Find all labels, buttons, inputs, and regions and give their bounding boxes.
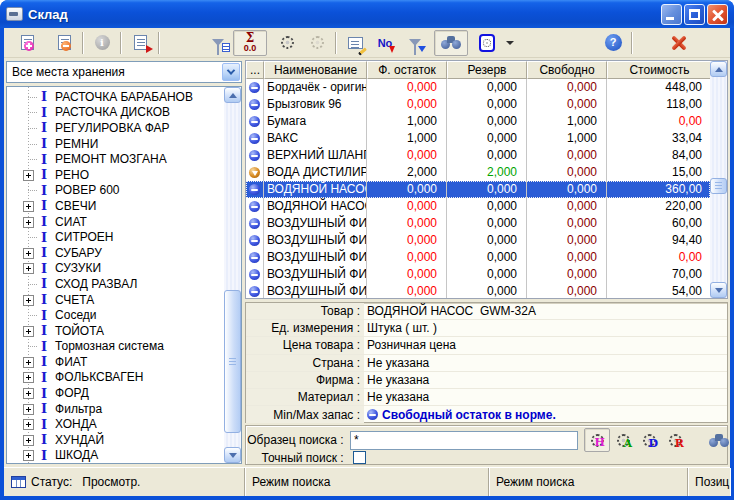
tree-item[interactable]: IРЕГУЛИРОВКА ФАР [7, 120, 224, 136]
table-row[interactable]: ВОЗДУШНЫЙ ФИ.0,0000,0000,00070,00 [246, 266, 710, 283]
tree-item[interactable]: IРОВЕР 600 [7, 183, 224, 199]
reserve-cell: 0,000 [447, 79, 527, 96]
category-icon: I [41, 402, 47, 415]
view-options-button[interactable] [472, 30, 502, 56]
tree-scroll-up-button[interactable] [224, 87, 241, 103]
tree-item[interactable]: IСУБАРУ [7, 245, 224, 261]
tree-item-label: ФИАТ [55, 355, 87, 369]
filter-button[interactable] [203, 30, 233, 56]
table-row[interactable]: ВОЗДУШНЫЙ ФИ.0,0000,0000,00060,00 [246, 215, 710, 232]
column-header[interactable]: ... [246, 61, 264, 79]
tree-item-label: СИАТ [55, 215, 87, 229]
minmax-value: Свободный остаток в норме. [382, 408, 556, 422]
tree-scroll-down-button[interactable] [224, 447, 241, 463]
tree-item[interactable]: IШКОДА [7, 448, 224, 464]
tree-item[interactable]: IХУНДАЙ [7, 432, 224, 448]
expand-plus-icon[interactable] [23, 419, 34, 430]
table-scroll-thumb[interactable] [710, 178, 727, 194]
notes-button[interactable] [340, 30, 370, 56]
tree-item[interactable]: IФОРД [7, 385, 224, 401]
tree-item[interactable]: IСХОД РАЗВАЛ [7, 276, 224, 292]
tree-scroll-thumb[interactable] [224, 290, 241, 433]
tree-item[interactable]: IСИАТ [7, 214, 224, 230]
expand-plus-icon[interactable] [23, 170, 34, 181]
exact-search-checkbox[interactable] [353, 451, 366, 464]
table-row[interactable]: ВОДЯНОЙ НАСОС0,0000,0000,000220,00 [246, 198, 710, 215]
filter-apply-button[interactable] [400, 30, 430, 56]
expand-plus-icon[interactable] [23, 450, 34, 461]
table-row[interactable]: ВОЗДУШНЫЙ ФИ.0,0000,0000,00094,40 [246, 232, 710, 249]
expand-plus-icon[interactable] [23, 263, 34, 274]
tree-item[interactable]: IТОЙОТА [7, 323, 224, 339]
column-header[interactable]: Свободно [527, 61, 607, 79]
table-row[interactable]: ВЕРХНИЙ ШЛАНГ Р0,0000,0000,00084,00 [246, 147, 710, 164]
table-row[interactable]: ВОДА ДИСТИЛИРО2,0002,0000,00015,00 [246, 164, 710, 181]
search-pattern-input[interactable] [350, 431, 578, 450]
table-row[interactable]: ВАКС1,0000,0001,00033,04 [246, 130, 710, 147]
find-toggle-button[interactable] [434, 30, 468, 56]
table-scrollbar[interactable] [710, 61, 727, 298]
title-bar[interactable]: Склад [0, 0, 734, 28]
minimize-button[interactable] [661, 4, 682, 25]
column-header[interactable]: Резерв [447, 61, 527, 79]
tree-item[interactable]: IХОНДА [7, 416, 224, 432]
stock-item-icon [249, 269, 260, 280]
expand-plus-icon[interactable] [23, 404, 34, 415]
free-cell: 0,000 [527, 266, 607, 283]
storage-combobox[interactable]: Все места хранения [6, 61, 242, 83]
edit-item-button[interactable] [125, 30, 155, 56]
expand-plus-icon[interactable] [23, 388, 34, 399]
tree-item[interactable]: IРЕНО [7, 167, 224, 183]
column-header[interactable]: Наименование [264, 61, 367, 79]
column-header[interactable]: Стоимость [607, 61, 711, 79]
stock-item-icon [249, 286, 260, 297]
expand-plus-icon[interactable] [23, 326, 34, 337]
view-options-dropdown[interactable] [502, 30, 518, 56]
recalc-all-button[interactable] [302, 30, 332, 56]
table-row[interactable]: Брызговик 960,0000,0000,000118,00 [246, 96, 710, 113]
tree-item[interactable]: IРЕМНИ [7, 136, 224, 152]
tree-item[interactable]: IФильтра [7, 401, 224, 417]
expand-plus-icon[interactable] [23, 201, 34, 212]
tree-item[interactable]: IФИАТ [7, 354, 224, 370]
tree-item[interactable]: IСоседи [7, 307, 224, 323]
table-row[interactable]: ВОЗДУШНЫЙ ФИ.0,0000,0000,00054,00 [246, 283, 710, 298]
recalc-button[interactable] [272, 30, 302, 56]
reserve-cell: 0,000 [447, 215, 527, 232]
tree-item[interactable]: IСЧЕТА [7, 292, 224, 308]
table-row[interactable]: Бумага1,0000,0001,0000,00 [246, 113, 710, 130]
table-row[interactable]: ВОЗДУШНЫЙ ФИ.0,0000,0000,0000,00 [246, 249, 710, 266]
table-scroll-down-button[interactable] [710, 282, 727, 298]
delete-item-button[interactable] [49, 30, 79, 56]
combobox-dropdown-button[interactable] [222, 63, 240, 81]
tree-item[interactable]: IРЕМОНТ МОЗГАНА [7, 151, 224, 167]
expand-plus-icon[interactable] [23, 372, 34, 383]
expand-plus-icon[interactable] [23, 435, 34, 446]
help-button[interactable]: ? [598, 30, 628, 56]
add-item-button[interactable] [12, 30, 42, 56]
expand-plus-icon[interactable] [23, 217, 34, 228]
tree-item[interactable]: IСУЗУКИ [7, 261, 224, 277]
tree-item[interactable]: IРАСТОЧКА ДИСКОВ [7, 105, 224, 121]
expand-plus-icon[interactable] [23, 248, 34, 259]
table-scroll-up-button[interactable] [710, 61, 727, 77]
table-row-selected[interactable]: ВОДЯНОЙ НАСОС0,0000,0000,000360,00 [246, 181, 710, 198]
table-row[interactable]: Бордачёк - оригина0,0000,0000,000448,00 [246, 79, 710, 96]
tree-item[interactable]: IСИТРОЕН [7, 229, 224, 245]
tree-item[interactable]: IТормозная система [7, 339, 224, 355]
details-row: Товар :ВОДЯНОЙ НАСОС GWM-32A [246, 303, 727, 320]
tree-item[interactable]: IФОЛЬКСВАГЕН [7, 370, 224, 386]
tree-scrollbar[interactable] [224, 87, 241, 463]
expand-plus-icon[interactable] [23, 357, 34, 368]
tree-item-label: ТОЙОТА [55, 324, 104, 338]
sum-toggle-button[interactable]: Σ0.0 [233, 30, 267, 56]
no-filter-button[interactable]: No [370, 30, 400, 56]
tree-item[interactable]: IРАСТОЧКА БАРАБАНОВ [7, 89, 224, 105]
expand-plus-icon[interactable] [23, 295, 34, 306]
exit-button[interactable] [664, 30, 694, 56]
close-button[interactable] [707, 4, 728, 25]
info-button[interactable]: i [87, 30, 117, 56]
maximize-button[interactable] [684, 4, 705, 25]
tree-item[interactable]: IСВЕЧИ [7, 198, 224, 214]
column-header[interactable]: Ф. остаток [367, 61, 447, 79]
